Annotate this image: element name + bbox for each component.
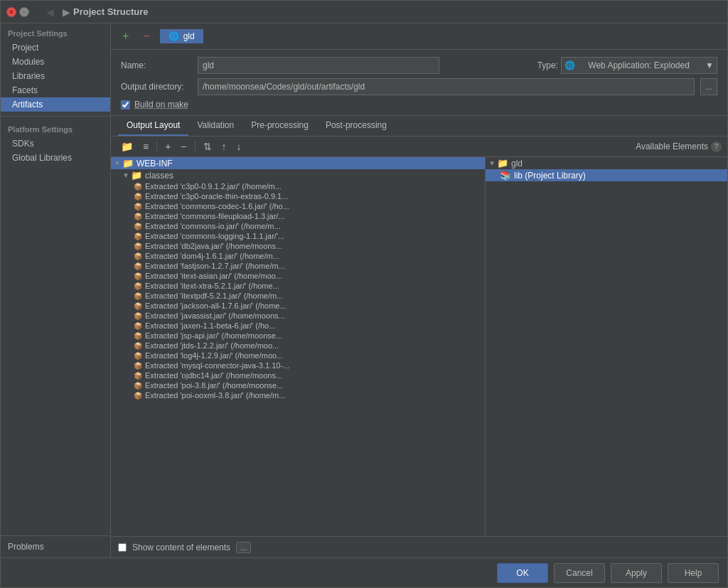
tab-pre-processing[interactable]: Pre-processing <box>242 116 317 136</box>
tab-post-processing[interactable]: Post-processing <box>317 116 395 136</box>
tree-node-jar-13[interactable]: 📦 Extracted 'javassist.jar/' (/home/moon… <box>111 311 485 321</box>
webinf-label: WEB-INF <box>136 159 173 169</box>
jar-icon-7: 📦 <box>134 252 142 260</box>
sort-btn[interactable]: ⇅ <box>199 139 216 154</box>
sidebar-item-global-libraries[interactable]: Global Libraries <box>1 151 110 165</box>
tree-node-jar-2[interactable]: 📦 Extracted 'commons-codec-1.6.jar/' (/h… <box>111 201 485 211</box>
tree-node-jar-16[interactable]: 📦 Extracted 'jtds-1.2.2.jar/' (/home/moo… <box>111 341 485 351</box>
toolbar-sep-2 <box>195 141 196 152</box>
tree-node-classes[interactable]: ▼ 📁 classes <box>111 169 485 181</box>
remove-element-btn[interactable]: − <box>176 139 191 154</box>
tree-node-jar-20[interactable]: 📦 Extracted 'poi-3.8.jar/' (/home/moonse… <box>111 380 485 390</box>
help-icon[interactable]: ? <box>711 141 722 152</box>
name-input[interactable] <box>198 57 439 74</box>
output-dir-input[interactable] <box>198 78 695 95</box>
jar-label-7: Extracted 'dom4j-1.6.1.jar/' (/home/m... <box>145 252 279 260</box>
jar-label-14: Extracted 'jaxen-1.1-beta-6.jar/' (/ho..… <box>145 321 275 330</box>
tree-node-jar-10[interactable]: 📦 Extracted 'itext-xtra-5.2.1.jar/' (/ho… <box>111 281 485 291</box>
down-btn[interactable]: ↓ <box>232 139 246 154</box>
tab-post-processing-label: Post-processing <box>326 120 387 130</box>
tree-node-jar-14[interactable]: 📦 Extracted 'jaxen-1.1-beta-6.jar/' (/ho… <box>111 321 485 331</box>
forward-button[interactable]: ▶ <box>60 5 73 19</box>
right-tree-root[interactable]: ▼ 📁 gld <box>486 157 727 169</box>
tree-node-jar-5[interactable]: 📦 Extracted 'commons-logging-1.1.1.jar/'… <box>111 231 485 241</box>
web-app-icon: 🌐 <box>564 60 575 70</box>
sidebar-item-facets[interactable]: Facets <box>1 83 110 97</box>
up-btn[interactable]: ↑ <box>218 139 231 154</box>
tree-node-jar-4[interactable]: 📦 Extracted 'commons-io.jar/' (/home/m..… <box>111 221 485 231</box>
jar-icon-4: 📦 <box>134 223 142 230</box>
main-content: Project Settings Project Modules Librari… <box>1 23 727 557</box>
jar-label-17: Extracted 'log4j-1.2.9.jar/' (/home/moo.… <box>145 351 283 360</box>
tree-node-jar-0[interactable]: 📦 Extracted 'c3p0-0.9.1.2.jar/' (/home/m… <box>111 181 485 191</box>
jar-icon-20: 📦 <box>134 382 142 390</box>
help-button[interactable]: Help <box>668 563 719 583</box>
jar-icon-8: 📦 <box>134 262 142 270</box>
sidebar-problems-label: Problems <box>8 542 44 552</box>
right-tree[interactable]: ▼ 📁 gld 📚 lib (Project Library) <box>486 157 727 536</box>
build-on-make-checkbox[interactable] <box>121 100 130 109</box>
ok-button[interactable]: OK <box>497 563 548 583</box>
artifact-list-item[interactable]: 🌐 gld <box>160 29 203 43</box>
tree-node-webinf[interactable]: ▼ 📁 WEB-INF <box>111 157 485 169</box>
sidebar-artifacts-label: Artifacts <box>12 100 43 109</box>
sidebar-item-modules[interactable]: Modules <box>1 55 110 69</box>
jar-label-15: Extracted 'jsp-api.jar/' (/home/moonse..… <box>145 331 282 340</box>
right-root-arrow-icon: ▼ <box>488 159 497 167</box>
sidebar-item-libraries[interactable]: Libraries <box>1 69 110 83</box>
tree-node-jar-3[interactable]: 📦 Extracted 'commons-fileupload-1.3.jar/… <box>111 211 485 221</box>
remove-artifact-button[interactable]: − <box>139 28 154 45</box>
browse-button[interactable]: ... <box>700 78 717 95</box>
tree-node-jar-17[interactable]: 📦 Extracted 'log4j-1.2.9.jar/' (/home/mo… <box>111 351 485 360</box>
jar-label-20: Extracted 'poi-3.8.jar/' (/home/moonse..… <box>145 381 283 390</box>
sidebar-facets-label: Facets <box>12 85 38 95</box>
sidebar-item-problems[interactable]: Problems <box>1 535 110 557</box>
lib-icon: 📚 <box>500 170 511 181</box>
jar-icon-10: 📦 <box>134 282 142 290</box>
sidebar-item-artifacts[interactable]: Artifacts <box>1 97 110 112</box>
sidebar-item-project[interactable]: Project <box>1 41 110 55</box>
sidebar-global-libraries-label: Global Libraries <box>12 153 72 163</box>
tree-node-jar-11[interactable]: 📦 Extracted 'itextpdf-5.2.1.jar/' (/home… <box>111 291 485 301</box>
tree-node-jar-21[interactable]: 📦 Extracted 'poi-ooxml-3.8.jar/' (/home/… <box>111 390 485 400</box>
jar-icon-21: 📦 <box>134 392 142 400</box>
tree-node-jar-12[interactable]: 📦 Extracted 'jackson-all-1.7.6.jar/' (/h… <box>111 301 485 311</box>
type-select[interactable]: 🌐 Web Application: Exploded ▼ <box>561 57 717 74</box>
tree-node-jar-15[interactable]: 📦 Extracted 'jsp-api.jar/' (/home/moonse… <box>111 331 485 341</box>
title-bar: ✕ − ◀ ▶ Project Structure <box>1 1 727 23</box>
jar-icon-13: 📦 <box>134 312 142 320</box>
jar-icon-9: 📦 <box>134 272 142 280</box>
close-button[interactable]: ✕ <box>6 7 16 17</box>
right-tree-lib-item[interactable]: 📚 lib (Project Library) <box>486 169 727 181</box>
apply-button[interactable]: Apply <box>611 563 662 583</box>
tab-output-layout[interactable]: Output Layout <box>118 116 188 136</box>
build-on-make-row: Build on make <box>121 100 717 109</box>
nav-controls: ◀ ▶ <box>43 5 73 19</box>
left-tree[interactable]: ▼ 📁 WEB-INF ▼ 📁 classes 📦 <box>111 157 486 536</box>
folder-icon-btn[interactable]: 📁 <box>117 139 137 154</box>
tab-output-layout-label: Output Layout <box>127 120 180 130</box>
bars-btn[interactable]: ≡ <box>139 139 153 154</box>
bottom-bar: Show content of elements ... <box>111 536 727 557</box>
platform-settings-section-label: Platform Settings <box>1 121 110 137</box>
sidebar-item-sdks[interactable]: SDKs <box>1 137 110 151</box>
tree-node-jar-18[interactable]: 📦 Extracted 'mysql-connector-java-3.1.10… <box>111 360 485 370</box>
back-button[interactable]: ◀ <box>43 5 57 19</box>
webinf-folder-icon: 📁 <box>122 158 134 169</box>
tree-node-jar-19[interactable]: 📦 Extracted 'ojdbc14.jar/' (/home/moons.… <box>111 370 485 380</box>
tree-node-jar-7[interactable]: 📦 Extracted 'dom4j-1.6.1.jar/' (/home/m.… <box>111 251 485 261</box>
minimize-button[interactable]: − <box>19 7 29 17</box>
tree-node-jar-9[interactable]: 📦 Extracted 'itext-asian.jar/' (/home/mo… <box>111 271 485 281</box>
cancel-button[interactable]: Cancel <box>554 563 605 583</box>
ellipsis-button[interactable]: ... <box>236 542 251 553</box>
jar-label-21: Extracted 'poi-ooxml-3.8.jar/' (/home/m.… <box>145 391 285 400</box>
add-element-btn[interactable]: + <box>161 139 175 154</box>
tree-node-jar-1[interactable]: 📦 Extracted 'c3p0-oracle-thin-extras-0.9… <box>111 191 485 201</box>
tree-node-jar-8[interactable]: 📦 Extracted 'fastjson-1.2.7.jar/' (/home… <box>111 261 485 271</box>
add-artifact-button[interactable]: + <box>118 28 133 45</box>
tab-validation[interactable]: Validation <box>188 116 242 136</box>
tree-node-jar-6[interactable]: 📦 Extracted 'db2java.jar/' (/home/moons.… <box>111 241 485 251</box>
jar-icon-11: 📦 <box>134 292 142 300</box>
show-content-checkbox[interactable] <box>118 543 127 552</box>
jar-icon-18: 📦 <box>134 362 142 370</box>
